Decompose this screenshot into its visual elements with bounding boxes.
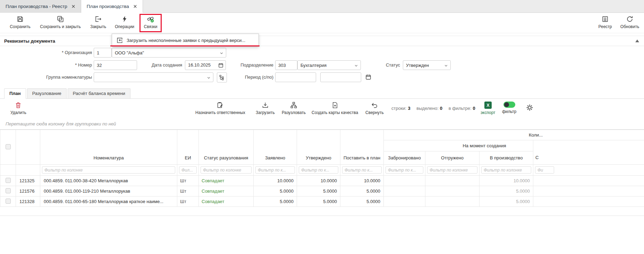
- filter-toggle[interactable]: фильтр: [502, 102, 516, 114]
- cell-approved: 5.0000: [297, 186, 340, 196]
- cell-in-production: 5.0000: [480, 196, 533, 207]
- column-header-in-production[interactable]: В производство: [480, 151, 533, 165]
- column-header-reserved[interactable]: Забронировано: [384, 151, 425, 165]
- filter-cell: [177, 165, 199, 176]
- menu-item-load-unfulfilled-requests[interactable]: Загрузить неисполненные заявки с предыду…: [116, 37, 254, 44]
- window-tab-plan-registry[interactable]: План производства - Реестр: [0, 0, 81, 13]
- division-code-input[interactable]: [275, 60, 297, 70]
- cell-nomenclature: 000.4859. 011.000-38-420 Металлорукав: [40, 176, 177, 186]
- column-header-approved[interactable]: Утверждено: [297, 130, 340, 165]
- selected-count-label: выделено:: [416, 106, 438, 111]
- annotation-highlight-box: [139, 14, 162, 32]
- column-header-to-plan[interactable]: Поставить в план: [340, 130, 384, 165]
- filter-input-approved[interactable]: [299, 166, 338, 174]
- close-tab-icon[interactable]: [133, 5, 137, 8]
- filter-input-nomenclature[interactable]: [42, 166, 175, 174]
- filter-cell: [199, 165, 254, 176]
- period-to-input[interactable]: [320, 72, 361, 82]
- filter-input-to-plan[interactable]: [342, 166, 382, 174]
- quality-label: Создать карты качества: [312, 110, 358, 115]
- close-tab-icon[interactable]: [71, 5, 75, 8]
- tab-explosion[interactable]: Разузлование: [27, 88, 67, 98]
- period-from-input[interactable]: [275, 72, 316, 82]
- filter-cell-empty: [0, 165, 16, 176]
- filter-input-shipped[interactable]: [427, 166, 477, 174]
- division-value: Бухгалтерия: [300, 63, 327, 68]
- filter-input-in-production[interactable]: [481, 166, 531, 174]
- plan-table: Номенклатура ЕИ Статус разузлования Заяв…: [0, 130, 644, 207]
- id-column-header[interactable]: [16, 130, 40, 165]
- nomenclature-group-select[interactable]: [94, 72, 213, 82]
- filter-input-declared[interactable]: [255, 166, 295, 174]
- filter-input-cutoff[interactable]: [535, 166, 554, 174]
- filter-input-unit[interactable]: [179, 166, 197, 174]
- collapse-rows-button[interactable]: Свернуть: [365, 102, 384, 115]
- table-row[interactable]: 121328 000.4859. 011.000-65-180 Металлор…: [0, 196, 644, 207]
- window-tab-plan[interactable]: План производства: [81, 0, 143, 13]
- row-checkbox[interactable]: [6, 199, 11, 204]
- requisites-header: Реквизиты документа: [0, 36, 644, 46]
- filter-input-reserved[interactable]: [385, 166, 423, 174]
- select-all-cell: [0, 130, 16, 165]
- tab-time-balance[interactable]: Расчёт баланса времени: [68, 88, 130, 98]
- toggle-switch-icon[interactable]: [503, 102, 515, 108]
- column-header-shipped[interactable]: Отгружено: [425, 151, 480, 165]
- column-header-explosion-status[interactable]: Статус разузлования: [199, 130, 254, 165]
- registry-button[interactable]: Реестр: [596, 15, 614, 29]
- svg-text:X: X: [486, 103, 490, 108]
- cell-declared: 10.0000: [254, 176, 297, 186]
- column-header-cutoff[interactable]: С: [533, 140, 644, 165]
- organization-value: ООО "Альфа": [115, 50, 144, 55]
- cell-reserved: [384, 186, 425, 196]
- status-select[interactable]: Утвержден: [403, 60, 451, 70]
- row-checkbox[interactable]: [6, 178, 11, 183]
- filter-input-status[interactable]: [201, 166, 252, 174]
- refresh-button[interactable]: Обновить: [619, 15, 641, 29]
- cell-id: 121325: [16, 176, 40, 186]
- row-checkbox[interactable]: [6, 188, 11, 193]
- number-label: * Номер: [0, 60, 92, 70]
- column-header-nomenclature[interactable]: Номенклатура: [40, 130, 177, 165]
- grid-settings-button[interactable]: [526, 104, 533, 111]
- filtered-count-label: в фильтре:: [449, 106, 472, 111]
- column-header-declared[interactable]: Заявлено: [254, 130, 297, 165]
- period-calendar-icon[interactable]: [365, 74, 372, 80]
- load-button[interactable]: Загрузить: [256, 102, 275, 115]
- requisites-form: * Организация ООО "Альфа" * Номер Дата с…: [0, 46, 644, 87]
- tab-plan[interactable]: План: [4, 88, 26, 99]
- filter-cell: [384, 165, 425, 176]
- column-header-unit[interactable]: ЕИ: [177, 130, 199, 165]
- organization-code-input[interactable]: [94, 48, 112, 58]
- cell-declared: 5.0000: [254, 196, 297, 207]
- cell-id: 121576: [16, 186, 40, 196]
- delete-button[interactable]: Удалить: [10, 102, 26, 115]
- filter-cell: [40, 165, 177, 176]
- save-icon: [16, 15, 24, 23]
- operations-icon: [121, 15, 128, 23]
- load-label: Загрузить: [256, 110, 275, 115]
- assign-responsible-button[interactable]: Назначить ответственных: [195, 102, 245, 115]
- filter-cell-empty: [16, 165, 40, 176]
- refresh-icon: [626, 15, 634, 23]
- table-row[interactable]: 121576 000.4859. 011.000-119-210 Металло…: [0, 186, 644, 196]
- cell-cutoff: [533, 196, 644, 207]
- save-button[interactable]: Сохранить: [7, 15, 33, 29]
- cell-nomenclature: 000.4859. 011.000-65-180 Металлорукав кр…: [40, 196, 177, 207]
- create-quality-maps-button[interactable]: Создать карты качества: [312, 102, 358, 115]
- requisites-title: Реквизиты документа: [4, 38, 55, 44]
- cell-checkbox: [0, 176, 16, 186]
- window-tab-bar: План производства - Реестр План производ…: [0, 0, 644, 13]
- select-all-checkbox[interactable]: [6, 144, 11, 149]
- filter-cell: [425, 165, 480, 176]
- explode-button[interactable]: Разузловать: [282, 102, 306, 115]
- save-close-button[interactable]: Сохранить и закрыть: [38, 15, 83, 29]
- export-excel-button[interactable]: X экспорт: [481, 102, 495, 115]
- save-close-icon: [57, 15, 64, 23]
- cell-to-plan: 5.0000: [340, 186, 384, 196]
- filter-cell: [533, 165, 644, 176]
- close-button[interactable]: Закрыть: [88, 15, 109, 29]
- operations-button[interactable]: Операции: [113, 15, 136, 29]
- organization-select[interactable]: ООО "Альфа": [112, 48, 226, 58]
- collapse-arrow-icon[interactable]: [635, 40, 639, 42]
- table-row[interactable]: 121325 000.4859. 011.000-38-420 Металлор…: [0, 176, 644, 186]
